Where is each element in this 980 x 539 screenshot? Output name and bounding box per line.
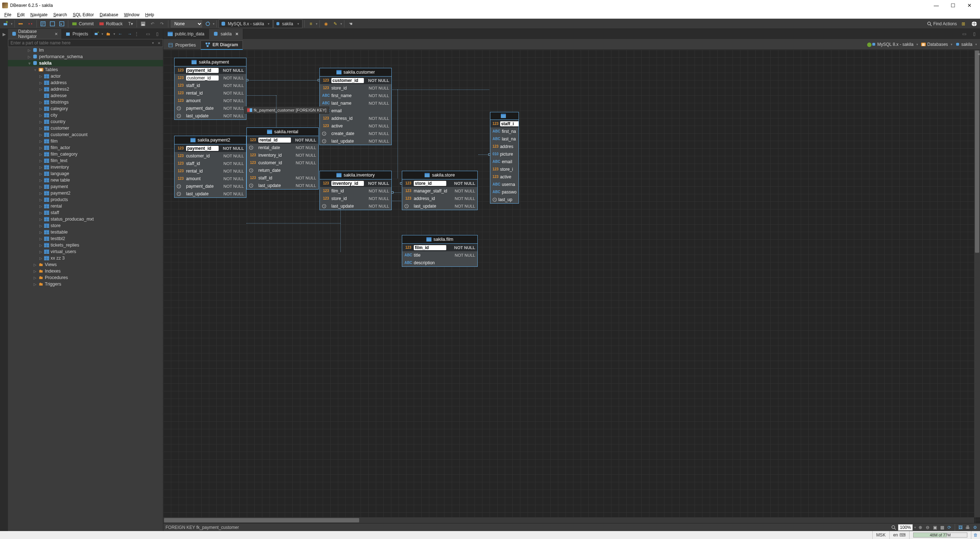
editor-maximize-button[interactable]: ▯ — [970, 30, 978, 38]
er-column-amount[interactable]: 123amountNOT NULL — [175, 175, 246, 182]
fk-badge[interactable]: fk_payment_customer [FOREIGN KEY] — [245, 107, 329, 113]
schema-selector[interactable]: sakila ▾ — [274, 19, 302, 28]
window-maximize-button[interactable]: ☐ — [945, 0, 961, 11]
tree-item-status_producao_mxt[interactable]: ▷status_producao_mxt — [8, 216, 163, 222]
expand-icon[interactable]: ▷ — [38, 133, 43, 137]
tree-item-actor[interactable]: ▷actor — [8, 73, 163, 79]
tree-item-country[interactable]: ▷country — [8, 119, 163, 125]
new-sql-editor-button[interactable] — [48, 19, 57, 28]
toolbar-tip-button[interactable]: ⊞ — [959, 19, 968, 28]
er-table-sakila-payment[interactable]: sakila.payment123payment_idNOT NULL123cu… — [174, 58, 247, 120]
er-column-customer_id[interactable]: 123customer_idNOT NULL — [175, 74, 246, 82]
zoom-level[interactable]: 100% — [898, 524, 913, 531]
er-column-rental_id[interactable]: 123rental_idNOT NULL — [175, 167, 246, 175]
nav-filter-clear-icon[interactable]: ✕ — [155, 41, 162, 45]
tree-item-triggers[interactable]: ▷🖿Triggers — [8, 281, 163, 287]
commit-button[interactable]: Commit — [70, 19, 97, 28]
expand-icon[interactable]: ▷ — [38, 250, 43, 254]
er-table-header[interactable]: sakila.film — [402, 235, 477, 244]
tree-item-products[interactable]: ▷products — [8, 197, 163, 203]
tree-item-film[interactable]: ▷film — [8, 138, 163, 144]
er-table-header[interactable]: sakila.inventory — [320, 171, 391, 179]
er-column-picture[interactable]: 010picture — [490, 150, 519, 158]
er-column-active[interactable]: 123activeNOT NULL — [320, 122, 391, 130]
er-column-manager_staff_id[interactable]: 123manager_staff_idNOT NULL — [402, 187, 477, 195]
tree-item-store[interactable]: ▷store — [8, 222, 163, 229]
refresh-button[interactable] — [204, 19, 212, 28]
expand-icon[interactable]: ▷ — [38, 165, 43, 169]
undo-button[interactable]: ↶ — [148, 19, 157, 28]
menu-sql-editor[interactable]: SQL Editor — [70, 11, 97, 18]
expand-icon[interactable]: ▷ — [27, 48, 32, 52]
er-table-clipped[interactable]: 123staff_iABCfirst_naABClast_na123addres… — [490, 112, 519, 204]
editor-tab-sakila[interactable]: sakila✕ — [209, 29, 243, 39]
activity-expand-button[interactable]: ▶ — [1, 31, 7, 38]
er-column-store_id[interactable]: 123store_idNOT NULL — [402, 179, 477, 187]
breadcrumb-mysql-8-x---sakila[interactable]: ⬤MySQL 8.x - sakila▾ — [867, 42, 918, 47]
er-column-first_name[interactable]: ABCfirst_nameNOT NULL — [320, 92, 391, 99]
er-column-staff_i[interactable]: 123staff_i — [490, 120, 519, 127]
zoom-in-icon[interactable]: ⊕ — [918, 525, 923, 530]
er-column-last_update[interactable]: last_updateNOT NULL — [247, 182, 318, 189]
tree-item-performance_schema[interactable]: ▷performance_schema — [8, 54, 163, 60]
er-table-header[interactable]: sakila.store — [402, 171, 477, 179]
er-column-inventory_id[interactable]: 123inventory_idNOT NULL — [247, 151, 318, 159]
tree-item-payment2[interactable]: ▷payment2 — [8, 190, 163, 197]
er-column-last_update[interactable]: last_updateNOT NULL — [402, 202, 477, 210]
er-column-rental_id[interactable]: 123rental_idNOT NULL — [175, 89, 246, 97]
nav-back-button[interactable]: ← — [116, 30, 125, 38]
er-table-sakila-film[interactable]: sakila.film123film_idNOT NULLABCtitleNOT… — [402, 235, 478, 267]
tree-item-new-table[interactable]: ▷new table — [8, 177, 163, 183]
tree-item-film_actor[interactable]: ▷film_actor — [8, 144, 163, 151]
export-image-icon[interactable]: 🖼 — [958, 525, 963, 530]
er-column-store_id[interactable]: 123store_idNOT NULL — [320, 195, 391, 202]
redo-button[interactable]: ↷ — [158, 19, 166, 28]
tree-item-rental[interactable]: ▷rental — [8, 203, 163, 209]
expand-icon[interactable]: ▷ — [38, 152, 43, 156]
navigator-tree[interactable]: ▷lm▷performance_schema▿sakila▿▦Tables▷ac… — [8, 47, 163, 531]
er-column-store_id[interactable]: 123store_idNOT NULL — [320, 84, 391, 92]
nav-filter-input[interactable] — [8, 40, 151, 46]
sql-editor-button[interactable] — [39, 19, 47, 28]
er-table-header[interactable] — [490, 112, 519, 120]
breadcrumb-databases[interactable]: ▦Databases▾ — [921, 42, 953, 47]
tree-item-views[interactable]: ▷🖿Views — [8, 262, 163, 268]
tree-item-city[interactable]: ▷city — [8, 112, 163, 119]
refresh-diagram-icon[interactable]: ⟳ — [947, 525, 952, 530]
menu-window[interactable]: Window — [121, 11, 142, 18]
expand-icon[interactable]: ▷ — [38, 224, 43, 228]
menu-help[interactable]: Help — [142, 11, 157, 18]
subtab-er-diagram[interactable]: ER Diagram — [200, 40, 243, 50]
nav-minimize-button[interactable]: ▭ — [143, 30, 152, 38]
expand-icon[interactable]: ▷ — [38, 75, 43, 78]
window-minimize-button[interactable]: — — [928, 0, 945, 11]
expand-icon[interactable]: ▷ — [38, 198, 43, 202]
expand-icon[interactable]: ▷ — [38, 237, 43, 241]
grid-toggle-icon[interactable]: ▦ — [939, 525, 945, 530]
er-column-store_i[interactable]: 123store_i — [490, 165, 519, 173]
nav-menu-button[interactable]: ⋮ — [135, 30, 138, 38]
tree-item-testtable[interactable]: ▷testtable — [8, 229, 163, 235]
disconnect-button[interactable] — [26, 19, 35, 28]
er-column-last_na[interactable]: ABClast_na — [490, 135, 519, 143]
er-column-create_date[interactable]: create_dateNOT NULL — [320, 130, 391, 137]
settings-icon[interactable]: ⚙ — [972, 525, 978, 530]
tree-item-tickets_replies[interactable]: ▷tickets_replies — [8, 242, 163, 248]
er-column-film_id[interactable]: 123film_idNOT NULL — [320, 187, 391, 195]
expand-icon[interactable]: ▷ — [38, 120, 43, 124]
er-column-customer_id[interactable]: 123customer_idNOT NULL — [320, 76, 391, 84]
er-column-amount[interactable]: 123amountNOT NULL — [175, 97, 246, 104]
fit-icon[interactable]: ▣ — [932, 525, 938, 530]
nav-forward-button[interactable]: → — [126, 30, 134, 38]
er-column-staff_id[interactable]: 123staff_idNOT NULL — [247, 174, 318, 182]
expand-icon[interactable]: ▷ — [38, 172, 43, 176]
er-table-header[interactable]: sakila.customer — [320, 68, 391, 76]
er-column-address_id[interactable]: 123address_idNOT NULL — [320, 114, 391, 122]
subtab-properties[interactable]: Properties — [163, 40, 200, 50]
tree-item-film_category[interactable]: ▷film_category — [8, 151, 163, 157]
tree-item-testtbl2[interactable]: ▷testtbl2 — [8, 235, 163, 242]
nav-filter-dropdown-icon[interactable]: ▾ — [151, 41, 155, 45]
er-column-rental_date[interactable]: rental_dateNOT NULL — [247, 144, 318, 151]
zoom-dropdown-icon[interactable]: ▾ — [914, 526, 916, 529]
expand-icon[interactable]: ▷ — [38, 230, 43, 234]
